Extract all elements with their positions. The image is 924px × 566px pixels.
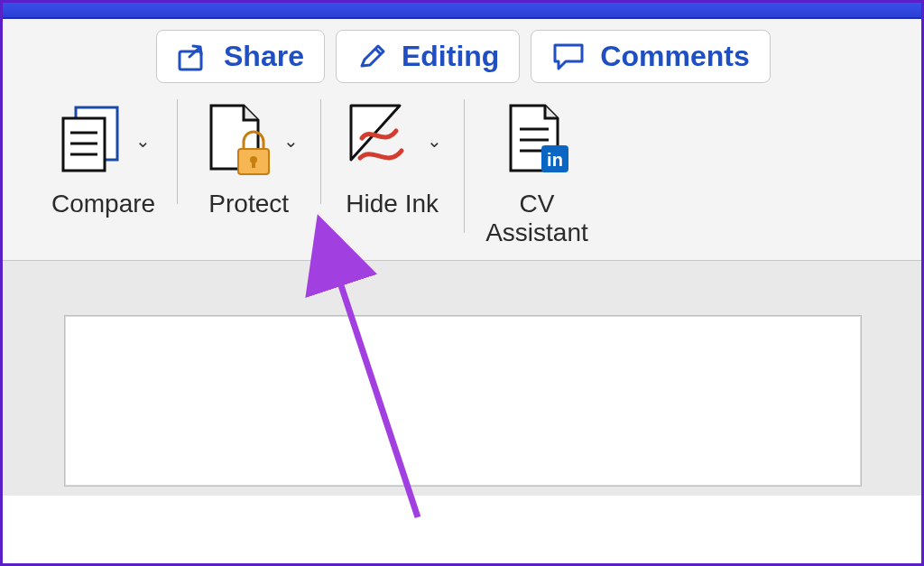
hide-ink-group[interactable]: ⌄ Hide Ink: [320, 94, 464, 224]
cv-assistant-group[interactable]: in CV Assistant: [464, 94, 610, 253]
pencil-icon: [356, 42, 389, 72]
share-button[interactable]: Share: [156, 30, 325, 83]
comment-icon: [551, 42, 587, 72]
svg-text:in: in: [547, 150, 563, 170]
top-button-bar: Share Editing Comments: [3, 19, 921, 88]
share-icon: [177, 42, 211, 72]
svg-rect-0: [180, 51, 201, 70]
protect-label: Protect: [208, 190, 289, 218]
cv-assistant-icon: in: [502, 100, 572, 181]
cv-assistant-icon-row: in: [502, 97, 572, 184]
comments-label: Comments: [600, 40, 749, 73]
compare-icon: [56, 102, 126, 180]
compare-label: Compare: [51, 190, 155, 218]
chevron-down-icon[interactable]: ⌄: [427, 130, 442, 152]
cv-assistant-label: CV Assistant: [485, 190, 588, 247]
hide-ink-icon-row: ⌄: [342, 97, 442, 184]
protect-group[interactable]: ⌄ Protect: [177, 94, 320, 224]
compare-group[interactable]: ⌄ Compare: [30, 94, 177, 224]
titlebar-strip: [3, 3, 921, 19]
protect-icon: [199, 100, 274, 181]
chevron-down-icon[interactable]: ⌄: [283, 130, 299, 152]
ribbon-groups: ⌄ Compare: [3, 88, 921, 253]
cv-label-line2: Assistant: [485, 218, 588, 246]
document-canvas: [3, 261, 921, 496]
ribbon: Share Editing Comments: [3, 19, 921, 261]
protect-icon-row: ⌄: [199, 97, 299, 184]
editing-button[interactable]: Editing: [336, 30, 520, 83]
editing-label: Editing: [402, 40, 499, 73]
hide-ink-icon: [342, 100, 418, 181]
document-page[interactable]: [64, 315, 862, 487]
app-window: Share Editing Comments: [0, 0, 924, 566]
cv-label-line1: CV: [520, 190, 555, 218]
share-label: Share: [224, 40, 304, 73]
svg-rect-9: [252, 160, 255, 168]
hide-ink-label: Hide Ink: [346, 190, 439, 218]
comments-button[interactable]: Comments: [531, 30, 770, 83]
compare-icon-row: ⌄: [56, 97, 151, 184]
chevron-down-icon[interactable]: ⌄: [135, 130, 151, 152]
